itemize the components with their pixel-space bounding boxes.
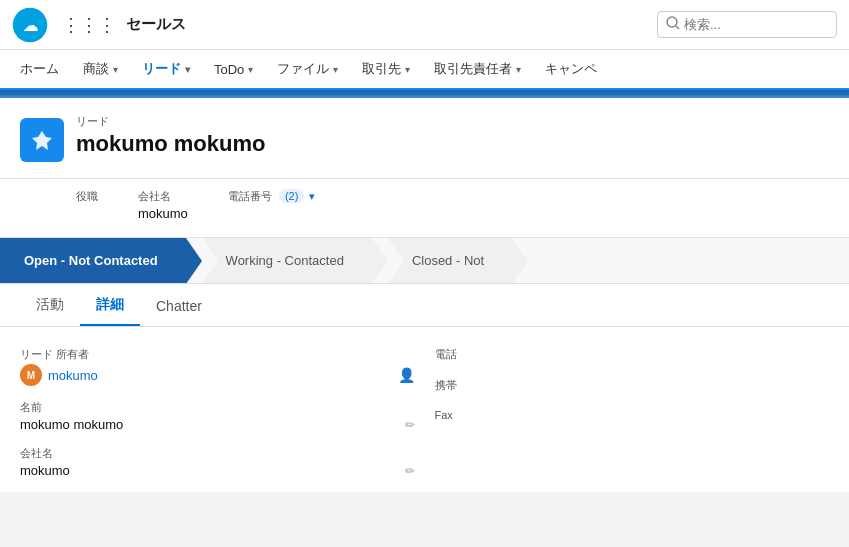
field-role: 役職	[76, 189, 98, 221]
record-type-label: リード	[76, 114, 829, 129]
tab-activity[interactable]: 活動	[20, 284, 80, 326]
svg-text:☁: ☁	[23, 17, 38, 34]
phone-field: 電話	[435, 347, 830, 364]
edit-icon[interactable]: ✏	[405, 418, 415, 432]
chevron-down-icon: ▾	[185, 64, 190, 75]
chevron-down-icon[interactable]: ▾	[309, 190, 315, 202]
field-phone: 電話番号 (2) ▾	[228, 189, 316, 221]
role-label: 役職	[76, 189, 98, 204]
nav-item-files[interactable]: ファイル ▾	[265, 50, 350, 89]
tab-chatter[interactable]: Chatter	[140, 286, 218, 326]
phone-count: (2)	[279, 189, 304, 203]
status-step-open[interactable]: Open - Not Contacted	[0, 238, 186, 284]
nav-item-contacts[interactable]: 取引先責任者 ▾	[422, 50, 533, 89]
nav-item-todo[interactable]: ToDo ▾	[202, 50, 265, 89]
tabs-bar: 活動 詳細 Chatter	[0, 284, 849, 327]
owner-link[interactable]: mokumo	[48, 368, 98, 383]
owner-field: リード 所有者 M mokumo 👤	[20, 347, 415, 386]
detail-right-col: 電話 携帯 Fax	[435, 347, 830, 492]
company-value: mokumo	[138, 206, 188, 221]
company-label: 会社名	[138, 189, 188, 204]
record-fields: 役職 会社名 mokumo 電話番号 (2) ▾	[0, 179, 849, 238]
status-path: Open - Not Contacted Working - Contacted…	[0, 238, 849, 284]
company-value-row: mokumo ✏	[20, 463, 415, 478]
record-info: リード mokumo mokumo	[76, 114, 829, 157]
search-bar	[657, 11, 837, 38]
chevron-down-icon: ▾	[333, 64, 338, 75]
search-icon	[666, 16, 680, 33]
svg-line-3	[676, 26, 679, 29]
detail-area: リード 所有者 M mokumo 👤 名前 mokumo mokumo ✏ 会社…	[0, 327, 849, 492]
name-value-row: mokumo mokumo ✏	[20, 417, 415, 432]
record-header: リード mokumo mokumo	[0, 98, 849, 179]
fax-field: Fax	[435, 409, 830, 423]
edit-icon[interactable]: ✏	[405, 464, 415, 478]
name-field: 名前 mokumo mokumo ✏	[20, 400, 415, 432]
company-field: 会社名 mokumo ✏	[20, 446, 415, 478]
mobile-label: 携帯	[435, 378, 830, 393]
name-label: 名前	[20, 400, 415, 415]
fax-label: Fax	[435, 409, 830, 421]
grid-icon[interactable]: ⋮⋮⋮	[62, 14, 116, 36]
search-input[interactable]	[684, 17, 824, 32]
field-company: 会社名 mokumo	[138, 189, 188, 221]
tab-detail[interactable]: 詳細	[80, 284, 140, 326]
detail-left-col: リード 所有者 M mokumo 👤 名前 mokumo mokumo ✏ 会社…	[20, 347, 415, 492]
nav-item-opportunities[interactable]: 商談 ▾	[71, 50, 130, 89]
page-banner	[0, 90, 849, 98]
assign-icon[interactable]: 👤	[398, 367, 415, 383]
status-step-closed[interactable]: Closed - Not	[388, 238, 512, 284]
nav-item-home[interactable]: ホーム	[8, 50, 71, 89]
top-bar: ☁ ⋮⋮⋮ セールス	[0, 0, 849, 50]
chevron-down-icon: ▾	[248, 64, 253, 75]
mobile-field: 携帯	[435, 378, 830, 395]
avatar: M	[20, 364, 42, 386]
nav-item-campaigns[interactable]: キャンペ	[533, 50, 609, 89]
salesforce-logo: ☁	[12, 7, 48, 43]
company-label: 会社名	[20, 446, 415, 461]
nav-item-accounts[interactable]: 取引先 ▾	[350, 50, 422, 89]
owner-value-row: M mokumo 👤	[20, 364, 415, 386]
nav-bar: ホーム 商談 ▾ リード ▾ ToDo ▾ ファイル ▾ 取引先 ▾ 取引先責任…	[0, 50, 849, 90]
owner-label: リード 所有者	[20, 347, 415, 362]
chevron-down-icon: ▾	[113, 64, 118, 75]
nav-item-leads[interactable]: リード ▾	[130, 50, 202, 90]
svg-point-2	[667, 17, 677, 27]
phone-label: 電話	[435, 347, 830, 362]
record-type-icon	[20, 118, 64, 162]
chevron-down-icon: ▾	[405, 64, 410, 75]
app-name: セールス	[126, 15, 186, 34]
svg-marker-4	[32, 131, 52, 150]
record-name: mokumo mokumo	[76, 131, 829, 157]
status-step-working[interactable]: Working - Contacted	[202, 238, 372, 284]
chevron-down-icon: ▾	[516, 64, 521, 75]
phone-label: 電話番号 (2) ▾	[228, 189, 316, 204]
